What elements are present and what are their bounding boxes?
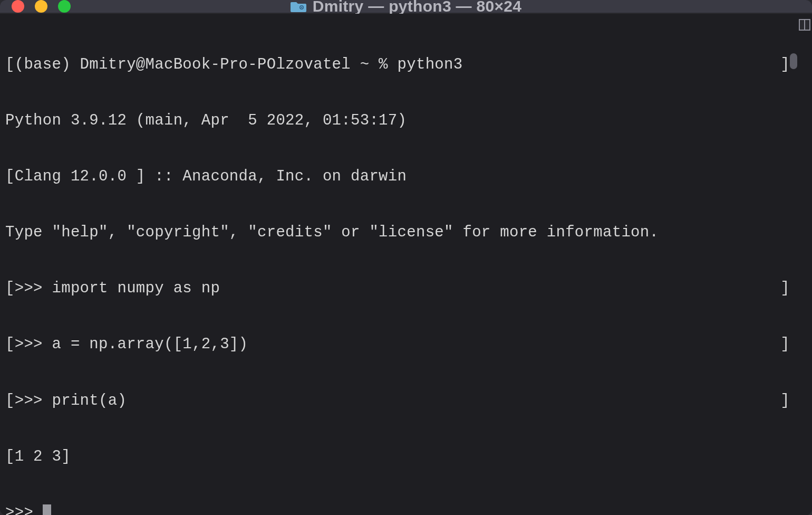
terminal-line: Type "help", "copyright", "credits" or "… [5,223,792,242]
line-right-bracket: ] [780,55,790,74]
line-left-bracket: [ [5,392,15,409]
svg-point-0 [300,6,303,9]
minimize-button[interactable] [35,0,47,13]
line-text: >>> a = np.array([1,2,3]) [15,336,248,353]
title-wrap: Dmitry — python3 — 80×24 [0,0,812,15]
traffic-lights [12,0,71,13]
folder-icon [291,0,306,13]
maximize-button[interactable] [58,0,71,13]
line-text: Clang 12.0.0 ] :: Anaconda, Inc. on darw… [15,168,407,185]
svg-point-1 [301,7,302,8]
prompt-text: >>> [5,504,43,515]
scrollbar-thumb[interactable] [790,53,797,69]
line-left-bracket: [ [5,56,15,73]
terminal-content[interactable]: [(base) Dmitry@MacBook-Pro-POlzovatel ~ … [0,14,797,515]
line-right-bracket: ] [780,279,790,298]
terminal-line: [(base) Dmitry@MacBook-Pro-POlzovatel ~ … [5,55,792,74]
line-left-bracket: [ [5,336,15,353]
line-right-bracket: ] [780,392,790,410]
terminal-line: [>>> print(a)] [5,392,792,410]
close-button[interactable] [12,0,24,13]
line-right-bracket: ] [780,335,790,354]
window-title: Dmitry — python3 — 80×24 [313,0,521,15]
terminal-line: Python 3.9.12 (main, Apr 5 2022, 01:53:1… [5,111,792,130]
body-area: [(base) Dmitry@MacBook-Pro-POlzovatel ~ … [0,14,812,515]
split-pane-icon[interactable] [799,19,810,31]
line-text: >>> print(a) [15,392,127,409]
terminal-line: [1 2 3] [5,447,792,466]
right-gutter [797,14,812,515]
terminal-window: Dmitry — python3 — 80×24 [(base) Dmitry@… [0,0,812,515]
line-text: 1 2 3] [15,448,71,465]
terminal-line: [>>> a = np.array([1,2,3])] [5,335,792,354]
line-text: Python 3.9.12 (main, Apr 5 2022, 01:53:1… [5,112,407,129]
titlebar[interactable]: Dmitry — python3 — 80×24 [0,0,812,14]
terminal-line: [>>> import numpy as np] [5,279,792,298]
line-left-bracket: [ [5,168,15,185]
line-text: >>> import numpy as np [15,280,220,297]
line-text: (base) Dmitry@MacBook-Pro-POlzovatel ~ %… [15,56,463,73]
terminal-line: [Clang 12.0.0 ] :: Anaconda, Inc. on dar… [5,167,792,186]
terminal-prompt-line: >>> [5,503,792,515]
line-left-bracket: [ [5,448,15,465]
line-left-bracket: [ [5,280,15,297]
line-text: Type "help", "copyright", "credits" or "… [5,224,659,241]
cursor [43,504,51,515]
